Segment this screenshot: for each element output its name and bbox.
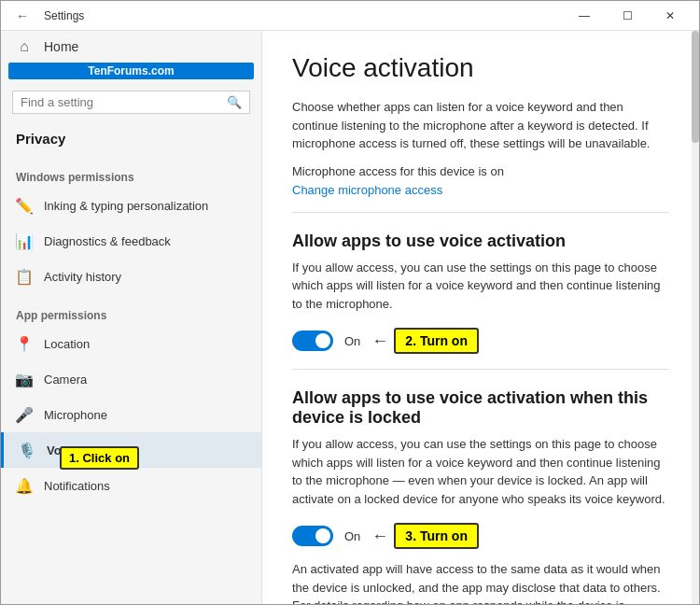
settings-window: ← Settings — ☐ ✕ ⌂ Home TenForums.com 🔍 <box>0 0 700 605</box>
title-bar: ← Settings — ☐ ✕ <box>1 1 699 31</box>
maximize-button[interactable]: ☐ <box>606 1 649 31</box>
close-button[interactable]: ✕ <box>649 1 692 31</box>
divider-1 <box>292 212 669 213</box>
callout-2: 2. Turn on <box>394 328 479 354</box>
location-icon: 📍 <box>16 335 33 352</box>
sidebar-item-label: Inking & typing personalization <box>44 199 208 213</box>
arrow-icon-1: ← <box>371 331 388 351</box>
microphone-icon: 🎤 <box>16 406 33 423</box>
sidebar-item-home[interactable]: ⌂ Home <box>1 31 261 63</box>
toggle-label-2: On <box>344 529 360 543</box>
toggle-label-1: On <box>344 334 360 348</box>
arrow-icon-2: ← <box>371 527 388 546</box>
section1-title: Allow apps to use voice activation <box>292 232 669 251</box>
search-icon: 🔍 <box>227 95 242 109</box>
content-area: Voice activation Choose whether apps can… <box>262 31 699 604</box>
sidebar-item-voice[interactable]: 🎙️ Voice activation 1. Click on <box>1 432 261 468</box>
voice-activation-toggle[interactable] <box>292 331 333 351</box>
sidebar-item-microphone[interactable]: 🎤 Microphone <box>1 397 261 432</box>
title-bar-left: ← Settings <box>8 5 84 27</box>
search-box[interactable]: 🔍 <box>12 91 250 114</box>
callout-arrow-1: ← 2. Turn on <box>371 328 479 354</box>
toggle-knob-2 <box>315 528 330 543</box>
windows-permissions-label: Windows permissions <box>1 156 261 188</box>
sidebar-item-diagnostics[interactable]: 📊 Diagnostics & feedback <box>1 223 261 259</box>
sidebar-item-label: Activity history <box>44 270 121 284</box>
divider-2 <box>292 369 669 370</box>
minimize-button[interactable]: — <box>563 1 606 31</box>
toggle-row-2: On ← 3. Turn on <box>292 523 669 549</box>
activity-icon: 📋 <box>16 268 33 285</box>
scrollbar-track[interactable] <box>692 31 699 604</box>
sidebar: ⌂ Home TenForums.com 🔍 Privacy Windows p… <box>1 31 262 604</box>
sidebar-item-label: Notifications <box>44 479 110 493</box>
sidebar-item-label: Camera <box>44 373 87 387</box>
voice-lock-toggle[interactable] <box>292 526 333 546</box>
title-bar-controls: — ☐ ✕ <box>563 1 692 31</box>
page-description: Choose whether apps can listen for a voi… <box>292 98 669 153</box>
sidebar-item-activity[interactable]: 📋 Activity history <box>1 259 261 294</box>
search-input[interactable] <box>21 95 227 109</box>
sidebar-item-label: Microphone <box>44 408 107 422</box>
change-mic-link[interactable]: Change microphone access <box>292 183 442 197</box>
camera-icon: 📷 <box>16 371 33 387</box>
scrollbar-thumb[interactable] <box>692 31 699 143</box>
callout-1: 1. Click on <box>60 446 139 470</box>
section2-title: Allow apps to use voice activation when … <box>292 388 669 428</box>
sidebar-item-label: Location <box>44 337 90 351</box>
mic-status: Microphone access for this device is on <box>292 164 669 178</box>
sidebar-item-label: Diagnostics & feedback <box>44 234 171 248</box>
section2-description: If you allow access, you can use the set… <box>292 435 669 508</box>
notifications-icon: 🔔 <box>16 477 33 494</box>
sidebar-item-location[interactable]: 📍 Location <box>1 326 261 361</box>
app-permissions-label: App permissions <box>1 294 261 326</box>
toggle-knob <box>315 333 330 348</box>
main-content: ⌂ Home TenForums.com 🔍 Privacy Windows p… <box>1 31 699 604</box>
callout-arrow-2: ← 3. Turn on <box>371 523 479 549</box>
home-icon: ⌂ <box>16 38 33 55</box>
section1-description: If you allow access, you can use the set… <box>292 259 669 314</box>
watermark: TenForums.com <box>8 63 254 79</box>
toggle-row-1: On ← 2. Turn on <box>292 328 669 354</box>
sidebar-item-inking[interactable]: ✏️ Inking & typing personalization <box>1 188 261 223</box>
inking-icon: ✏️ <box>16 197 33 214</box>
title-bar-title: Settings <box>44 9 84 22</box>
callout-3: 3. Turn on <box>394 523 479 549</box>
sidebar-item-notifications[interactable]: 🔔 Notifications <box>1 468 261 503</box>
sidebar-item-camera[interactable]: 📷 Camera <box>1 361 261 397</box>
voice-icon: 🎙️ <box>19 442 35 458</box>
diagnostics-icon: 📊 <box>16 232 33 249</box>
section2-footer: An activated app will have access to the… <box>292 560 669 604</box>
home-label: Home <box>44 39 78 54</box>
back-button[interactable]: ← <box>8 5 36 27</box>
page-title: Voice activation <box>292 53 669 83</box>
privacy-label: Privacy <box>1 121 261 156</box>
